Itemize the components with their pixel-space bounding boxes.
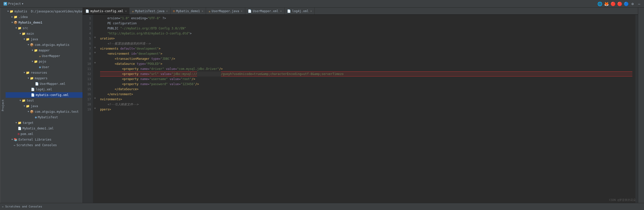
- tree-item-test-package[interactable]: ▼ 📦 com.atguigu.mybatis.test: [6, 109, 83, 114]
- lib-icon: 📚: [14, 137, 17, 142]
- arrow-icon: ▼: [11, 20, 14, 25]
- xml-icon: 📄: [31, 87, 35, 92]
- project-menu[interactable]: P Project ▼: [2, 2, 25, 6]
- folder-icon: 📁: [18, 120, 22, 125]
- scratches-consoles[interactable]: ✏ Scratches and Consoles: [2, 205, 42, 208]
- tree-item-mybatis[interactable]: ▼ 📁 mybatis D:/javaspace/spaceVideo/myba…: [6, 9, 83, 14]
- code-line-13: <property name="username" value="root"/>: [100, 77, 632, 82]
- arrow-icon: ▼: [27, 76, 30, 81]
- arrow-icon: [28, 87, 31, 92]
- tree-item-mybatistest[interactable]: ● MybatisTest: [6, 114, 83, 120]
- minimize-tool[interactable]: —: [636, 1, 642, 7]
- arrow-icon: ▼: [11, 137, 14, 142]
- tab-java-icon: ☕: [209, 9, 210, 13]
- tab-close-button[interactable]: ✕: [166, 10, 168, 12]
- folder-icon: 📁: [34, 59, 38, 64]
- tree-item-label: mapper: [39, 48, 50, 53]
- package-icon: 📦: [30, 42, 34, 47]
- tree-item-label: Mybatis_demo1.iml: [23, 126, 54, 131]
- tree-item-label: pojo: [39, 59, 46, 64]
- folder-icon: 📁: [34, 48, 38, 53]
- arrow-icon: ▼: [7, 9, 10, 14]
- tree-item-label: mybatis D:/javaspace/spaceVideo/mybatis: [14, 9, 83, 14]
- tab-label: UserMapper.java: [212, 9, 239, 13]
- code-line-11: <property name="driver" value="com.mysql…: [100, 66, 632, 71]
- tree-item-idea[interactable]: ▶ 📁 .idea: [6, 14, 83, 20]
- tree-item-label: test: [27, 98, 34, 103]
- tree-item-mappers[interactable]: ▼ 📁 mappers: [6, 75, 83, 81]
- tree-item-demo1[interactable]: ▼ 📦 Mybatis_demo1: [6, 20, 83, 25]
- tree-item-main[interactable]: ▼ 📁 main: [6, 31, 83, 36]
- tree-item-test-java[interactable]: ▼ 📁 java: [6, 103, 83, 109]
- tab-label: Mybatis_demo1: [176, 9, 200, 13]
- bottom-bar: ✏ Scratches and Consoles: [0, 203, 644, 210]
- arrow-icon: ▼: [19, 98, 22, 103]
- arrow-icon: ▼: [19, 31, 22, 36]
- tab-usermapper-xml[interactable]: 📄 UserMapper.xml ✕: [245, 8, 285, 14]
- tree-item-external-libs[interactable]: ▼ 📚 External Libraries: [6, 137, 83, 142]
- tab-close-button[interactable]: ✕: [310, 10, 312, 12]
- tree-item-src[interactable]: ▼ 📁 src: [6, 25, 83, 31]
- tab-java-icon: ☕: [132, 9, 134, 13]
- project-panel-label: Project: [0, 8, 6, 203]
- tab-close-button[interactable]: ✕: [125, 10, 127, 12]
- arrow-icon: [36, 53, 39, 59]
- tree-item-scratches[interactable]: ✏ Scratches and Consoles: [6, 142, 83, 148]
- chrome-icon[interactable]: 🌐: [597, 2, 602, 6]
- settings-tool[interactable]: ⚙: [630, 1, 635, 7]
- tab-close-button[interactable]: ✕: [202, 10, 203, 12]
- tree-item-target[interactable]: ▼ 📁 target: [6, 120, 83, 126]
- scratches-label-text: Scratches and Consoles: [5, 205, 42, 208]
- tree-item-package-main[interactable]: ▼ 📦 com.atguigu.mybatis: [6, 42, 83, 48]
- tree-item-iml[interactable]: 📄 Mybatis_demo1.iml: [6, 126, 83, 131]
- code-line-6: <!--配置连接数据库的环境-->: [100, 41, 632, 46]
- arrow-icon: [28, 92, 31, 98]
- code-line-1: ersion="1.0" encoding="UTF-8" ?>: [100, 16, 632, 21]
- tab-demo1[interactable]: m Mybatis_demo1 ✕: [171, 8, 206, 14]
- vertical-scrollbar[interactable]: [635, 15, 638, 203]
- arrow-icon: ▼: [27, 109, 30, 114]
- class-icon: ●: [39, 65, 41, 70]
- tree-item-pojo[interactable]: ▼ 📁 pojo: [6, 59, 83, 64]
- tree-item-label: log4j.xml: [36, 87, 52, 92]
- tree-item-java[interactable]: ▼ 📁 java: [6, 36, 83, 42]
- folder-icon: 📁: [22, 31, 26, 36]
- tree-item-test[interactable]: ▼ 📁 test: [6, 98, 83, 103]
- tree-item-label: MybatisTest: [38, 115, 58, 120]
- tree-item-mybatis-config[interactable]: 📄 mybatis-config.xml: [6, 92, 83, 98]
- tree-item-label: java: [31, 104, 38, 109]
- tab-mybatis-config[interactable]: 📄 mybatis-config.xml ✕: [83, 8, 129, 14]
- browser5-icon[interactable]: 🔵: [624, 2, 629, 6]
- tree-item-resources[interactable]: ▼ 📁 resources: [6, 70, 83, 75]
- firefox-icon[interactable]: 🦊: [604, 2, 609, 6]
- tree-item-label: Mybatis_demo1: [18, 20, 42, 25]
- tab-usermapper-java[interactable]: ☕ UserMapper.java ✕: [206, 8, 245, 14]
- arrow-icon: [32, 81, 35, 86]
- tab-log4j[interactable]: 📄 log4j.xml ✕: [285, 8, 315, 14]
- tree-item-pom[interactable]: m pom.xml: [6, 131, 83, 137]
- tree-item-user[interactable]: ● User: [6, 64, 83, 70]
- code-line-8: <environment id="development">: [100, 51, 632, 56]
- tree-item-label: External Libraries: [18, 137, 51, 142]
- top-bar: P Project ▼ ⊕ ⇄ ⚙ — 🌐 🦊 🔴 🔴 🔵: [0, 0, 644, 8]
- tree-item-label: com.atguigu.mybatis.test: [35, 109, 79, 114]
- tree-item-mapper[interactable]: ▼ 📁 mapper: [6, 48, 83, 53]
- tab-close-button[interactable]: ✕: [280, 10, 282, 12]
- tab-mybatistest[interactable]: ☕ MybatisTest.java ✕: [129, 8, 171, 14]
- folder-icon: 📁: [18, 26, 22, 31]
- file-tree[interactable]: ▼ 📁 mybatis D:/javaspace/spaceVideo/myba…: [6, 8, 83, 203]
- code-line-12: <property name="url" value="jdbc:mysql:/…: [100, 71, 632, 77]
- arrow-icon: [11, 143, 14, 148]
- tree-item-log4j[interactable]: 📄 log4j.xml: [6, 87, 83, 92]
- tree-item-usermapper-xml[interactable]: 📄 UserMapper.xml: [6, 81, 83, 87]
- tree-item-label: UserMapper: [42, 53, 60, 59]
- code-line-17: nvironments>: [100, 97, 632, 102]
- opera-icon[interactable]: 🔴: [611, 2, 616, 6]
- watermark: CSDN @梦是夜的花朵: [609, 198, 636, 202]
- code-line-3: PUBLIC "-//mybatis.org//DTD Config 3.0//…: [100, 26, 632, 31]
- tab-close-button[interactable]: ✕: [241, 10, 242, 12]
- tree-item-usermapper-java[interactable]: ☕ UserMapper: [6, 53, 83, 59]
- browser4-icon[interactable]: 🔴: [617, 2, 622, 6]
- code-editor[interactable]: 12345 678910 1112131415 16171819 ▼ ▼ ▼: [83, 15, 638, 203]
- tab-xml-icon: 📄: [85, 9, 89, 13]
